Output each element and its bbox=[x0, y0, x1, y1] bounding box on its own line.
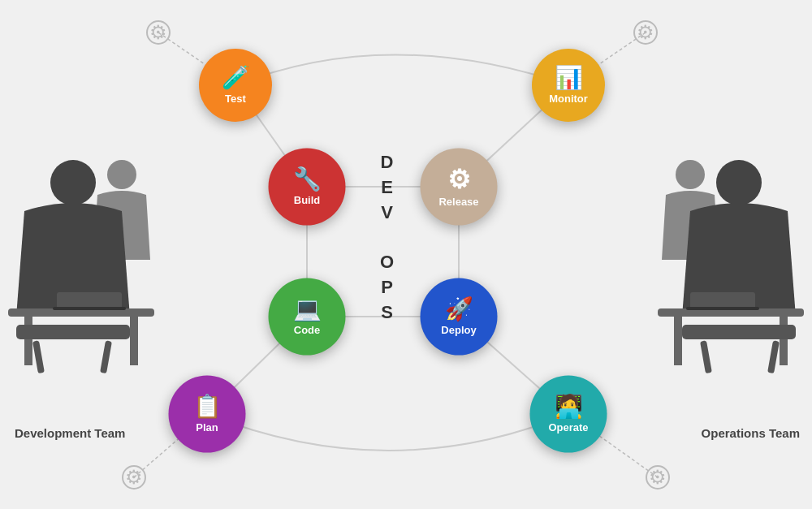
plan-label: Plan bbox=[196, 421, 218, 434]
bottom-right-gear: ⚙ bbox=[649, 466, 667, 489]
diagram-container: DEVOPS 🧪 Test 🔧 Build 💻 Code 📋 Plan ⚙ Re… bbox=[0, 0, 812, 509]
test-icon: 🧪 bbox=[222, 67, 250, 89]
code-icon: 💻 bbox=[293, 298, 322, 321]
svg-point-27 bbox=[716, 160, 762, 205]
deploy-label: Deploy bbox=[441, 324, 476, 336]
dev-team-label: Development Team bbox=[15, 426, 125, 440]
svg-rect-25 bbox=[16, 325, 130, 339]
monitor-label: Monitor bbox=[549, 93, 588, 105]
monitor-icon: 📊 bbox=[555, 67, 583, 89]
svg-rect-32 bbox=[686, 307, 759, 310]
release-icon: ⚙ bbox=[447, 166, 471, 192]
operate-label: Operate bbox=[548, 421, 588, 434]
ops-team-label: Operations Team bbox=[702, 426, 800, 440]
operate-node[interactable]: 🧑‍💻 Operate bbox=[530, 376, 607, 453]
svg-rect-29 bbox=[780, 317, 788, 365]
svg-rect-23 bbox=[32, 340, 45, 373]
operate-icon: 🧑‍💻 bbox=[555, 395, 583, 418]
svg-rect-24 bbox=[100, 340, 112, 373]
plan-icon: 📋 bbox=[193, 395, 222, 418]
svg-rect-20 bbox=[130, 317, 138, 365]
svg-point-17 bbox=[50, 160, 96, 205]
monitor-node[interactable]: 📊 Monitor bbox=[532, 49, 605, 122]
top-right-gear: ⚙ bbox=[637, 21, 654, 44]
svg-rect-34 bbox=[700, 340, 712, 373]
svg-rect-19 bbox=[24, 317, 32, 365]
svg-point-16 bbox=[107, 160, 136, 189]
release-label: Release bbox=[438, 196, 478, 208]
svg-rect-22 bbox=[53, 307, 126, 310]
top-left-gear: ⚙ bbox=[149, 21, 167, 44]
devops-label: DEVOPS bbox=[380, 150, 395, 326]
ops-team-silhouettes bbox=[641, 130, 804, 401]
dev-team-silhouettes bbox=[8, 130, 171, 401]
build-label: Build bbox=[294, 194, 321, 206]
svg-rect-30 bbox=[674, 317, 682, 365]
bottom-left-gear: ⚙ bbox=[125, 466, 143, 489]
svg-point-26 bbox=[676, 160, 705, 189]
deploy-node[interactable]: 🚀 Deploy bbox=[421, 278, 498, 356]
code-node[interactable]: 💻 Code bbox=[269, 278, 346, 356]
svg-rect-33 bbox=[767, 340, 780, 373]
code-label: Code bbox=[294, 324, 321, 336]
test-label: Test bbox=[225, 93, 246, 105]
plan-node[interactable]: 📋 Plan bbox=[169, 376, 246, 453]
build-node[interactable]: 🔧 Build bbox=[269, 149, 346, 226]
build-icon: 🔧 bbox=[293, 168, 322, 191]
release-node[interactable]: ⚙ Release bbox=[421, 149, 498, 226]
test-node[interactable]: 🧪 Test bbox=[199, 49, 272, 122]
deploy-icon: 🚀 bbox=[445, 298, 473, 321]
svg-rect-35 bbox=[682, 325, 796, 339]
